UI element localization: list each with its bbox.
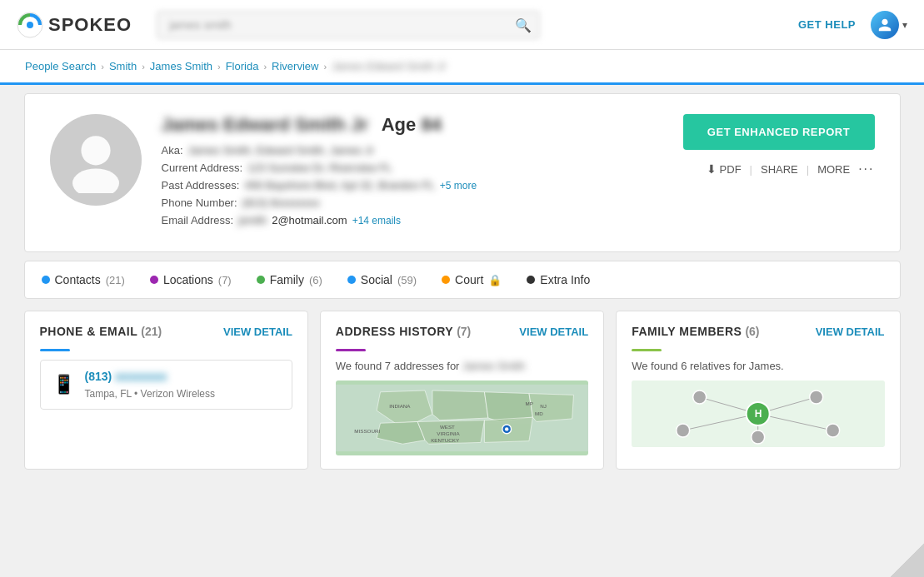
family-members-body: We found 6 relatives for James. H xyxy=(617,360,899,460)
locations-dot xyxy=(150,276,158,284)
svg-text:VIRGINIA: VIRGINIA xyxy=(437,430,460,436)
family-members-view-detail[interactable]: VIEW DETAIL xyxy=(816,326,885,338)
breadcrumb-smith[interactable]: Smith xyxy=(109,60,137,72)
email-value: jsmith xyxy=(238,214,267,226)
svg-text:WEST: WEST xyxy=(440,424,455,430)
phone-row: Phone Number: (813) 8xxxxxxxx xyxy=(162,196,663,209)
logo-text: SPOKEO xyxy=(48,14,132,36)
svg-text:KENTUCKY: KENTUCKY xyxy=(431,437,460,443)
aka-row: Aka: James Smith, Edward Smith, James Jr xyxy=(162,144,663,157)
aka-value: James Smith, Edward Smith, James Jr xyxy=(188,144,374,157)
svg-text:MD: MD xyxy=(535,410,543,416)
breadcrumb-james-smith[interactable]: James Smith xyxy=(150,60,212,72)
get-help-link[interactable]: GET HELP xyxy=(798,18,856,31)
breadcrumb-sep-1: › xyxy=(101,62,104,72)
user-menu-button[interactable]: ▾ xyxy=(871,11,907,39)
tab-family[interactable]: Family (6) xyxy=(257,273,322,286)
more-dots-icon[interactable]: ··· xyxy=(858,162,874,177)
family-dot xyxy=(257,276,265,284)
family-members-desc: We found 6 relatives for James. xyxy=(632,360,884,372)
contacts-dot xyxy=(42,276,50,284)
phone-card-number-area: (813) xxxxxxxx Tampa, FL • Verizon Wirel… xyxy=(85,369,215,400)
address-name-blurred: James Smith xyxy=(462,360,525,372)
family-members-underline xyxy=(632,349,662,351)
phone-email-view-detail[interactable]: VIEW DETAIL xyxy=(223,326,292,338)
svg-point-26 xyxy=(677,424,690,437)
more-button[interactable]: MORE xyxy=(817,163,850,176)
breadcrumb-florida[interactable]: Florida xyxy=(226,60,259,72)
phone-email-body: 📱 (813) xxxxxxxx Tampa, FL • Verizon Wir… xyxy=(25,360,307,423)
search-button[interactable]: 🔍 xyxy=(515,17,532,32)
tab-contacts-count: (21) xyxy=(106,274,125,286)
email-more[interactable]: +14 emails xyxy=(352,215,401,226)
address-history-underline xyxy=(336,349,366,351)
action-sep-2: | xyxy=(807,163,809,176)
breadcrumb-sep-4: › xyxy=(263,62,267,72)
breadcrumb-people-search[interactable]: People Search xyxy=(25,60,96,72)
age-value: 84 xyxy=(421,114,441,135)
address-history-desc: We found 7 addresses for James Smith xyxy=(336,360,588,372)
chevron-down-icon: ▾ xyxy=(902,19,907,31)
svg-text:H: H xyxy=(755,408,762,420)
tab-court[interactable]: Court 🔒 xyxy=(442,273,502,286)
breadcrumb-sep-2: › xyxy=(142,62,145,72)
svg-text:NJ: NJ xyxy=(540,403,547,409)
profile-name-row: James Edward Smith Jr Age 84 xyxy=(162,114,663,136)
phone-email-count: (21) xyxy=(141,325,162,338)
lock-icon: 🔒 xyxy=(488,274,502,286)
tabs-bar: Contacts (21) Locations (7) Family (6) S… xyxy=(24,261,901,299)
family-network-svg: H xyxy=(632,381,884,447)
phone-value: (813) 8xxxxxxxx xyxy=(242,196,320,209)
past-addresses-value: 456 Bayshore Blvd, Apt 32, Brandon FL xyxy=(244,179,434,192)
family-members-count: (6) xyxy=(745,325,759,338)
address-history-title: ADDRESS HISTORY xyxy=(336,325,453,338)
svg-text:MISSOURI: MISSOURI xyxy=(354,428,380,434)
address-history-body: We found 7 addresses for James Smith xyxy=(321,360,603,469)
court-dot xyxy=(442,276,450,284)
address-history-section: ADDRESS HISTORY (7) VIEW DETAIL We found… xyxy=(320,311,604,470)
profile-actions: GET ENHANCED REPORT ⬇ PDF | SHARE | MORE… xyxy=(683,114,875,177)
current-address-value: 123 Sunview Dr, Riverview FL xyxy=(247,162,392,174)
breadcrumb-sep-3: › xyxy=(217,62,221,72)
family-network-chart: H xyxy=(632,381,884,447)
profile-card: James Edward Smith Jr Age 84 Aka: James … xyxy=(24,93,901,252)
svg-text:MP: MP xyxy=(525,400,532,406)
phone-prefix: (813) xyxy=(85,370,112,383)
svg-point-1 xyxy=(27,22,33,28)
breadcrumb-riverview[interactable]: Riverview xyxy=(272,60,318,72)
aka-label: Aka: xyxy=(162,144,183,157)
tab-locations-label: Locations xyxy=(163,273,213,286)
download-icon: ⬇ xyxy=(707,162,717,176)
tab-locations[interactable]: Locations (7) xyxy=(150,273,232,286)
tab-court-label: Court xyxy=(455,273,483,286)
address-history-view-detail[interactable]: VIEW DETAIL xyxy=(519,326,588,338)
profile-info: James Edward Smith Jr Age 84 Aka: James … xyxy=(162,114,663,231)
phone-sub: Tampa, FL • Verizon Wireless xyxy=(85,387,215,401)
pdf-button[interactable]: ⬇ PDF xyxy=(707,162,742,176)
phone-email-title: PHONE & EMAIL xyxy=(40,325,138,338)
current-address-label: Current Address: xyxy=(162,162,243,174)
tab-social[interactable]: Social (59) xyxy=(347,273,417,286)
share-button[interactable]: SHARE xyxy=(761,163,798,176)
tab-contacts[interactable]: Contacts (21) xyxy=(42,273,125,286)
past-addresses-more[interactable]: +5 more xyxy=(440,180,477,192)
tab-social-count: (59) xyxy=(397,274,417,286)
email-label: Email Address: xyxy=(162,214,234,226)
extra-info-dot xyxy=(527,276,535,284)
family-members-header: FAMILY MEMBERS (6) VIEW DETAIL xyxy=(617,311,899,349)
map-svg: INDIANA MISSOURI WEST VIRGINIA KENTUCKY … xyxy=(336,381,588,455)
tab-extra-info[interactable]: Extra Info xyxy=(527,273,590,286)
tab-family-label: Family xyxy=(270,273,304,286)
profile-avatar xyxy=(50,114,142,206)
age-label: Age xyxy=(382,114,417,135)
search-input[interactable] xyxy=(157,11,540,39)
tab-family-count: (6) xyxy=(309,274,322,286)
user-avatar xyxy=(871,11,899,39)
family-members-section: FAMILY MEMBERS (6) VIEW DETAIL We found … xyxy=(616,311,900,470)
phone-email-header: PHONE & EMAIL (21) VIEW DETAIL xyxy=(25,311,307,349)
svg-point-28 xyxy=(752,430,765,444)
past-addresses-label: Past Addresses: xyxy=(162,179,240,192)
family-members-header-left: FAMILY MEMBERS (6) xyxy=(632,325,759,338)
past-addresses-row: Past Addresses: 456 Bayshore Blvd, Apt 3… xyxy=(162,179,663,192)
enhanced-report-button[interactable]: GET ENHANCED REPORT xyxy=(683,114,875,150)
